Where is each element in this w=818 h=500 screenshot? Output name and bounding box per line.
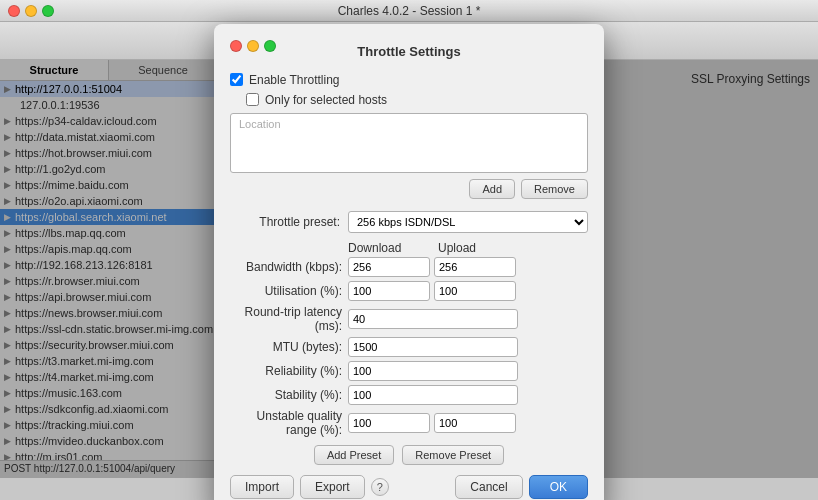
roundtrip-row: Round-trip latency (ms): bbox=[230, 305, 588, 333]
export-button[interactable]: Export bbox=[300, 475, 365, 499]
maximize-button[interactable] bbox=[42, 5, 54, 17]
enable-throttling-label[interactable]: Enable Throttling bbox=[249, 73, 340, 87]
bottom-left-buttons: Import Export ? bbox=[230, 475, 389, 499]
unstable-quality-row: Unstable quality range (%): bbox=[230, 409, 588, 437]
utilisation-label: Utilisation (%): bbox=[230, 284, 348, 298]
add-location-button[interactable]: Add bbox=[469, 179, 515, 199]
download-upload-header: Download Upload bbox=[348, 241, 588, 255]
throttle-preset-label: Throttle preset: bbox=[230, 215, 340, 229]
roundtrip-input[interactable] bbox=[348, 309, 518, 329]
only-selected-hosts-row: Only for selected hosts bbox=[246, 93, 588, 107]
import-button[interactable]: Import bbox=[230, 475, 294, 499]
title-bar: Charles 4.0.2 - Session 1 * bbox=[0, 0, 818, 22]
bottom-buttons-row: Import Export ? Cancel OK bbox=[230, 475, 588, 499]
download-header: Download bbox=[348, 241, 438, 255]
location-area[interactable]: Location bbox=[230, 113, 588, 173]
preset-buttons-row: Add Preset Remove Preset bbox=[230, 445, 588, 465]
unstable-quality-input2[interactable] bbox=[434, 413, 516, 433]
utilisation-upload-input[interactable] bbox=[434, 281, 516, 301]
bandwidth-row: Bandwidth (kbps): bbox=[230, 257, 588, 277]
throttle-preset-select[interactable]: 256 kbps ISDN/DSL 512 kbps DSL 1 Mbps 2 … bbox=[348, 211, 588, 233]
modal-overlay: Throttle Settings Enable Throttling Only… bbox=[0, 60, 818, 478]
traffic-lights bbox=[8, 5, 54, 17]
bandwidth-download-input[interactable] bbox=[348, 257, 430, 277]
add-preset-button[interactable]: Add Preset bbox=[314, 445, 394, 465]
reliability-label: Reliability (%): bbox=[230, 364, 348, 378]
main-area: Structure Sequence ▶ http://127.0.0.1:51… bbox=[0, 60, 818, 478]
only-selected-label[interactable]: Only for selected hosts bbox=[265, 93, 387, 107]
stability-label: Stability (%): bbox=[230, 388, 348, 402]
mtu-label: MTU (bytes): bbox=[230, 340, 348, 354]
unstable-quality-label: Unstable quality range (%): bbox=[230, 409, 348, 437]
utilisation-row: Utilisation (%): bbox=[230, 281, 588, 301]
bandwidth-upload-input[interactable] bbox=[434, 257, 516, 277]
only-selected-checkbox[interactable] bbox=[246, 93, 259, 106]
stability-row: Stability (%): bbox=[230, 385, 588, 405]
enable-throttling-checkbox[interactable] bbox=[230, 73, 243, 86]
bottom-right-buttons: Cancel OK bbox=[455, 475, 588, 499]
remove-location-button[interactable]: Remove bbox=[521, 179, 588, 199]
modal-maximize-button[interactable] bbox=[264, 40, 276, 52]
utilisation-download-input[interactable] bbox=[348, 281, 430, 301]
remove-preset-button[interactable]: Remove Preset bbox=[402, 445, 504, 465]
help-button[interactable]: ? bbox=[371, 478, 389, 496]
location-placeholder: Location bbox=[239, 118, 281, 130]
app-title: Charles 4.0.2 - Session 1 * bbox=[338, 4, 481, 18]
throttle-preset-row: Throttle preset: 256 kbps ISDN/DSL 512 k… bbox=[230, 211, 588, 233]
close-button[interactable] bbox=[8, 5, 20, 17]
ok-button[interactable]: OK bbox=[529, 475, 588, 499]
cancel-button[interactable]: Cancel bbox=[455, 475, 522, 499]
reliability-row: Reliability (%): bbox=[230, 361, 588, 381]
modal-title: Throttle Settings bbox=[230, 44, 588, 59]
modal-minimize-button[interactable] bbox=[247, 40, 259, 52]
roundtrip-label: Round-trip latency (ms): bbox=[230, 305, 348, 333]
stability-input[interactable] bbox=[348, 385, 518, 405]
unstable-quality-input1[interactable] bbox=[348, 413, 430, 433]
modal-close-button[interactable] bbox=[230, 40, 242, 52]
throttle-settings-dialog: Throttle Settings Enable Throttling Only… bbox=[214, 24, 604, 501]
mtu-row: MTU (bytes): bbox=[230, 337, 588, 357]
enable-throttling-row: Enable Throttling bbox=[230, 73, 588, 87]
bandwidth-label: Bandwidth (kbps): bbox=[230, 260, 348, 274]
reliability-input[interactable] bbox=[348, 361, 518, 381]
add-remove-row: Add Remove bbox=[230, 179, 588, 199]
mtu-input[interactable] bbox=[348, 337, 518, 357]
minimize-button[interactable] bbox=[25, 5, 37, 17]
upload-header: Upload bbox=[438, 241, 528, 255]
